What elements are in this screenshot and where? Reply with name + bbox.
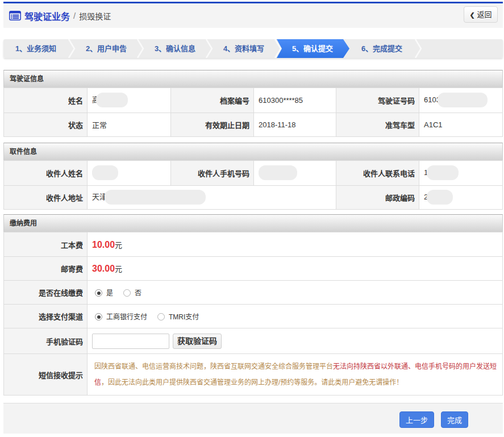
svg-text:3、确认信息: 3、确认信息: [155, 44, 195, 53]
svg-text:5、确认提交: 5、确认提交: [292, 44, 333, 53]
svg-text:4、资料填写: 4、资料填写: [223, 44, 264, 53]
svg-text:2、用户申告: 2、用户申告: [86, 44, 127, 53]
svg-text:6、完成提交: 6、完成提交: [361, 44, 402, 53]
svg-text:1、业务须知: 1、业务须知: [15, 44, 56, 53]
